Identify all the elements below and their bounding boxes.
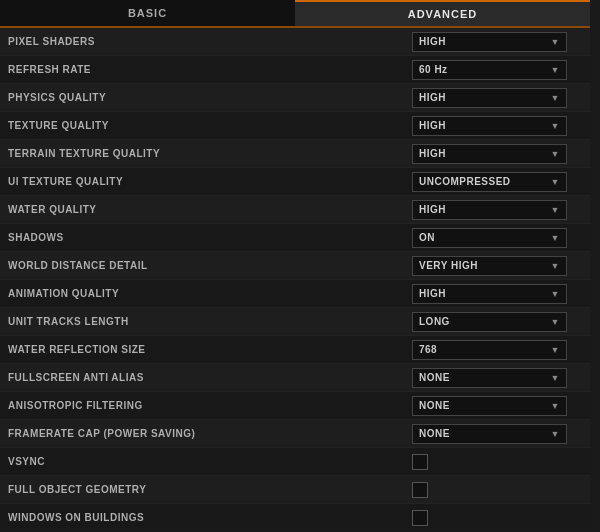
setting-label-unit-tracks-length: UNIT TRACKS LENGTH <box>8 316 412 327</box>
dropdown-fullscreen-anti-alias[interactable]: NONE▼ <box>412 368 567 388</box>
setting-control-world-distance-detail: VERY HIGH▼ <box>412 256 582 276</box>
dropdown-arrow-pixel-shaders: ▼ <box>551 37 560 47</box>
dropdown-water-quality[interactable]: HIGH▼ <box>412 200 567 220</box>
setting-control-vsync <box>412 454 582 470</box>
setting-row-terrain-texture-quality: TERRAIN TEXTURE QUALITYHIGH▼ <box>0 140 590 168</box>
dropdown-terrain-texture-quality[interactable]: HIGH▼ <box>412 144 567 164</box>
setting-control-texture-quality: HIGH▼ <box>412 116 582 136</box>
setting-row-anisotropic-filtering: ANISOTROPIC FILTERINGNONE▼ <box>0 392 590 420</box>
setting-label-anisotropic-filtering: ANISOTROPIC FILTERING <box>8 400 412 411</box>
dropdown-water-reflection-size[interactable]: 768▼ <box>412 340 567 360</box>
dropdown-pixel-shaders[interactable]: HIGH▼ <box>412 32 567 52</box>
dropdown-arrow-fullscreen-anti-alias: ▼ <box>551 373 560 383</box>
setting-row-world-distance-detail: WORLD DISTANCE DETAILVERY HIGH▼ <box>0 252 590 280</box>
setting-label-texture-quality: TEXTURE QUALITY <box>8 120 412 131</box>
dropdown-physics-quality[interactable]: HIGH▼ <box>412 88 567 108</box>
dropdown-value-physics-quality: HIGH <box>419 92 446 103</box>
setting-row-windows-on-buildings: WINDOWS ON BUILDINGS <box>0 504 590 528</box>
setting-label-refresh-rate: REFRESH RATE <box>8 64 412 75</box>
settings-list[interactable]: PIXEL SHADERSHIGH▼REFRESH RATE60 Hz▼PHYS… <box>0 28 590 528</box>
dropdown-anisotropic-filtering[interactable]: NONE▼ <box>412 396 567 416</box>
checkbox-windows-on-buildings[interactable] <box>412 510 428 526</box>
setting-row-water-quality: WATER QUALITYHIGH▼ <box>0 196 590 224</box>
setting-label-terrain-texture-quality: TERRAIN TEXTURE QUALITY <box>8 148 412 159</box>
setting-label-water-reflection-size: WATER REFLECTION SIZE <box>8 344 412 355</box>
setting-row-ui-texture-quality: UI TEXTURE QUALITYUNCOMPRESSED▼ <box>0 168 590 196</box>
checkbox-full-object-geometry[interactable] <box>412 482 428 498</box>
dropdown-value-animation-quality: HIGH <box>419 288 446 299</box>
setting-control-framerate-cap: NONE▼ <box>412 424 582 444</box>
dropdown-value-world-distance-detail: VERY HIGH <box>419 260 478 271</box>
dropdown-world-distance-detail[interactable]: VERY HIGH▼ <box>412 256 567 276</box>
dropdown-value-terrain-texture-quality: HIGH <box>419 148 446 159</box>
checkbox-vsync[interactable] <box>412 454 428 470</box>
dropdown-arrow-unit-tracks-length: ▼ <box>551 317 560 327</box>
setting-control-shadows: ON▼ <box>412 228 582 248</box>
dropdown-value-pixel-shaders: HIGH <box>419 36 446 47</box>
setting-row-framerate-cap: FRAMERATE CAP (POWER SAVING)NONE▼ <box>0 420 590 448</box>
dropdown-value-unit-tracks-length: LONG <box>419 316 450 327</box>
tabs-container: BASIC ADVANCED <box>0 0 590 28</box>
setting-row-shadows: SHADOWSON▼ <box>0 224 590 252</box>
setting-label-full-object-geometry: FULL OBJECT GEOMETRY <box>8 484 412 495</box>
dropdown-arrow-water-quality: ▼ <box>551 205 560 215</box>
setting-row-vsync: VSYNC <box>0 448 590 476</box>
setting-row-texture-quality: TEXTURE QUALITYHIGH▼ <box>0 112 590 140</box>
dropdown-unit-tracks-length[interactable]: LONG▼ <box>412 312 567 332</box>
dropdown-arrow-animation-quality: ▼ <box>551 289 560 299</box>
dropdown-texture-quality[interactable]: HIGH▼ <box>412 116 567 136</box>
setting-row-refresh-rate: REFRESH RATE60 Hz▼ <box>0 56 590 84</box>
dropdown-animation-quality[interactable]: HIGH▼ <box>412 284 567 304</box>
setting-control-water-quality: HIGH▼ <box>412 200 582 220</box>
setting-label-vsync: VSYNC <box>8 456 412 467</box>
setting-control-pixel-shaders: HIGH▼ <box>412 32 582 52</box>
dropdown-arrow-anisotropic-filtering: ▼ <box>551 401 560 411</box>
setting-control-animation-quality: HIGH▼ <box>412 284 582 304</box>
dropdown-framerate-cap[interactable]: NONE▼ <box>412 424 567 444</box>
dropdown-shadows[interactable]: ON▼ <box>412 228 567 248</box>
dropdown-arrow-physics-quality: ▼ <box>551 93 560 103</box>
setting-control-unit-tracks-length: LONG▼ <box>412 312 582 332</box>
dropdown-arrow-framerate-cap: ▼ <box>551 429 560 439</box>
setting-label-pixel-shaders: PIXEL SHADERS <box>8 36 412 47</box>
tab-basic[interactable]: BASIC <box>0 0 295 26</box>
dropdown-value-texture-quality: HIGH <box>419 120 446 131</box>
setting-label-fullscreen-anti-alias: FULLSCREEN ANTI ALIAS <box>8 372 412 383</box>
setting-label-world-distance-detail: WORLD DISTANCE DETAIL <box>8 260 412 271</box>
dropdown-arrow-terrain-texture-quality: ▼ <box>551 149 560 159</box>
setting-label-shadows: SHADOWS <box>8 232 412 243</box>
tab-advanced-label: ADVANCED <box>408 8 478 20</box>
dropdown-ui-texture-quality[interactable]: UNCOMPRESSED▼ <box>412 172 567 192</box>
setting-label-ui-texture-quality: UI TEXTURE QUALITY <box>8 176 412 187</box>
dropdown-value-fullscreen-anti-alias: NONE <box>419 372 450 383</box>
setting-control-refresh-rate: 60 Hz▼ <box>412 60 582 80</box>
dropdown-refresh-rate[interactable]: 60 Hz▼ <box>412 60 567 80</box>
dropdown-value-refresh-rate: 60 Hz <box>419 64 448 75</box>
setting-label-windows-on-buildings: WINDOWS ON BUILDINGS <box>8 512 412 523</box>
setting-row-full-object-geometry: FULL OBJECT GEOMETRY <box>0 476 590 504</box>
setting-row-pixel-shaders: PIXEL SHADERSHIGH▼ <box>0 28 590 56</box>
dropdown-value-shadows: ON <box>419 232 435 243</box>
setting-control-fullscreen-anti-alias: NONE▼ <box>412 368 582 388</box>
setting-control-anisotropic-filtering: NONE▼ <box>412 396 582 416</box>
setting-label-framerate-cap: FRAMERATE CAP (POWER SAVING) <box>8 428 412 439</box>
dropdown-value-ui-texture-quality: UNCOMPRESSED <box>419 176 511 187</box>
dropdown-value-water-reflection-size: 768 <box>419 344 437 355</box>
dropdown-value-framerate-cap: NONE <box>419 428 450 439</box>
tab-advanced[interactable]: ADVANCED <box>295 0 590 26</box>
dropdown-arrow-world-distance-detail: ▼ <box>551 261 560 271</box>
setting-row-fullscreen-anti-alias: FULLSCREEN ANTI ALIASNONE▼ <box>0 364 590 392</box>
dropdown-arrow-refresh-rate: ▼ <box>551 65 560 75</box>
dropdown-arrow-water-reflection-size: ▼ <box>551 345 560 355</box>
setting-row-unit-tracks-length: UNIT TRACKS LENGTHLONG▼ <box>0 308 590 336</box>
dropdown-value-water-quality: HIGH <box>419 204 446 215</box>
dropdown-arrow-shadows: ▼ <box>551 233 560 243</box>
setting-control-windows-on-buildings <box>412 510 582 526</box>
dropdown-arrow-texture-quality: ▼ <box>551 121 560 131</box>
setting-row-animation-quality: ANIMATION QUALITYHIGH▼ <box>0 280 590 308</box>
setting-label-water-quality: WATER QUALITY <box>8 204 412 215</box>
setting-control-terrain-texture-quality: HIGH▼ <box>412 144 582 164</box>
setting-label-animation-quality: ANIMATION QUALITY <box>8 288 412 299</box>
setting-row-physics-quality: PHYSICS QUALITYHIGH▼ <box>0 84 590 112</box>
setting-control-water-reflection-size: 768▼ <box>412 340 582 360</box>
